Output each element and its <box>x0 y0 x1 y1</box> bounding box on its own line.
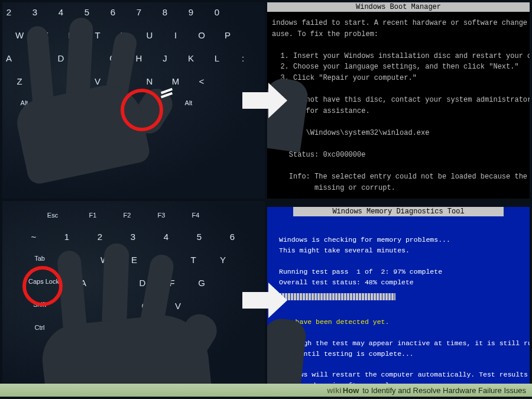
key-6b[interactable]: 6 <box>227 232 238 242</box>
mem-diag-line2: This might take several minutes. <box>279 246 410 254</box>
key-colon[interactable]: : <box>238 53 248 63</box>
key-k[interactable]: K <box>186 53 196 63</box>
key-5[interactable]: 5 <box>82 7 92 17</box>
arrow-right-icon <box>242 283 287 318</box>
key-5b[interactable]: 5 <box>194 232 205 242</box>
key-l[interactable]: L <box>212 53 222 63</box>
key-1[interactable]: 1 <box>61 232 72 242</box>
mem-diag-title: Windows Memory Diagnostics Tool <box>293 207 504 216</box>
key-4[interactable]: 4 <box>56 7 66 17</box>
panel-boot-manager: Windows Boot Manager indows failed to st… <box>267 2 530 199</box>
caption-how: How <box>343 386 359 395</box>
key-3b[interactable]: 3 <box>128 232 138 242</box>
boot-manager-title: Windows Boot Manager <box>267 2 530 12</box>
key-4b[interactable]: 4 <box>161 232 171 242</box>
key-tilde[interactable]: ~ <box>28 232 39 242</box>
highlight-circle-icon <box>22 266 63 306</box>
key-7[interactable]: 7 <box>134 7 144 17</box>
mem-diag-line4: Overall test status: 48% complete <box>279 278 414 286</box>
key-f3[interactable]: F3 <box>156 212 167 219</box>
mem-diag-line1: Windows is checking for memory problems.… <box>279 236 450 244</box>
caption-title: to Identify and Resolve Hardware Failure… <box>362 386 526 395</box>
panel-bottom-left-keyboard: Esc F1 F2 F3 F4 ~ 1 2 3 4 5 6 Tab <box>2 201 265 397</box>
caption-wiki: wiki <box>327 386 342 395</box>
mem-diag-line8: Windows will restart the computer automa… <box>279 371 530 378</box>
key-f1[interactable]: F1 <box>87 212 98 219</box>
mem-diag-progress <box>279 293 521 300</box>
key-0[interactable]: 0 <box>212 7 222 17</box>
mem-diag-line3: Running test pass 1 of 2: 97% complete <box>279 268 442 275</box>
key-a[interactable]: A <box>4 53 14 63</box>
key-6[interactable]: 6 <box>108 7 118 17</box>
key-9[interactable]: 9 <box>186 7 196 17</box>
key-lt[interactable]: < <box>196 76 207 86</box>
highlight-circle-icon <box>121 89 163 131</box>
key-alt-right[interactable]: Alt <box>183 99 194 106</box>
mem-diag-progress-bar <box>279 293 395 300</box>
key-o[interactable]: O <box>196 30 207 40</box>
key-3[interactable]: 3 <box>30 7 40 17</box>
key-f2[interactable]: F2 <box>122 212 132 219</box>
key-f4[interactable]: F4 <box>190 212 201 219</box>
key-2[interactable]: 2 <box>4 7 14 17</box>
key-p[interactable]: P <box>222 30 233 40</box>
panel-top-left-keyboard: 2 3 4 5 6 7 8 9 0 W E R T Y U I <box>2 2 265 199</box>
key-esc[interactable]: Esc <box>41 212 64 219</box>
arrow-right-icon <box>242 83 287 118</box>
key-8[interactable]: 8 <box>160 7 170 17</box>
key-yb[interactable]: Y <box>218 255 228 265</box>
motion-dashes-icon <box>161 90 175 98</box>
mem-diag-line6: Although the test may appear inactive at… <box>279 339 530 347</box>
key-2b[interactable]: 2 <box>95 232 105 242</box>
panel-memory-diagnostics: Windows Memory Diagnostics Tool Windows … <box>267 201 530 397</box>
caption-bar: wiki How to Identify and Resolve Hardwar… <box>0 384 532 397</box>
